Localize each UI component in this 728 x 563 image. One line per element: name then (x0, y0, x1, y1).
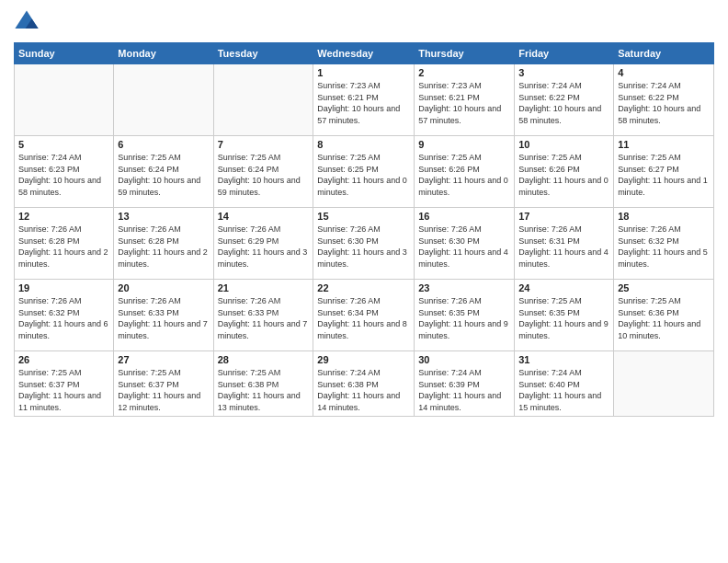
calendar-cell: 10Sunrise: 7:25 AM Sunset: 6:26 PM Dayli… (515, 136, 614, 208)
day-info: Sunrise: 7:26 AM Sunset: 6:28 PM Dayligh… (118, 224, 209, 270)
day-info: Sunrise: 7:25 AM Sunset: 6:24 PM Dayligh… (218, 152, 310, 198)
day-info: Sunrise: 7:24 AM Sunset: 6:38 PM Dayligh… (317, 367, 410, 413)
day-info: Sunrise: 7:25 AM Sunset: 6:27 PM Dayligh… (618, 152, 710, 198)
day-number: 25 (618, 282, 710, 293)
header (14, 9, 714, 35)
calendar-cell: 8Sunrise: 7:25 AM Sunset: 6:25 PM Daylig… (313, 136, 415, 208)
day-number: 16 (418, 211, 510, 222)
calendar-cell (213, 64, 313, 136)
page: SundayMondayTuesdayWednesdayThursdayFrid… (0, 0, 728, 563)
calendar-cell: 29Sunrise: 7:24 AM Sunset: 6:38 PM Dayli… (313, 351, 415, 417)
day-info: Sunrise: 7:25 AM Sunset: 6:24 PM Dayligh… (118, 152, 209, 198)
day-info: Sunrise: 7:25 AM Sunset: 6:26 PM Dayligh… (418, 152, 510, 198)
day-info: Sunrise: 7:24 AM Sunset: 6:23 PM Dayligh… (18, 152, 109, 198)
calendar-cell: 20Sunrise: 7:26 AM Sunset: 6:33 PM Dayli… (114, 280, 213, 351)
day-number: 4 (618, 67, 710, 78)
day-number: 12 (18, 211, 109, 222)
day-info: Sunrise: 7:23 AM Sunset: 6:21 PM Dayligh… (418, 80, 510, 126)
calendar-week-row: 12Sunrise: 7:26 AM Sunset: 6:28 PM Dayli… (15, 208, 714, 280)
calendar-cell: 27Sunrise: 7:25 AM Sunset: 6:37 PM Dayli… (114, 351, 213, 417)
day-header-friday: Friday (515, 43, 614, 64)
calendar-cell: 30Sunrise: 7:24 AM Sunset: 6:39 PM Dayli… (415, 351, 515, 417)
calendar-cell (15, 64, 114, 136)
day-number: 29 (317, 354, 410, 365)
calendar-cell: 7Sunrise: 7:25 AM Sunset: 6:24 PM Daylig… (213, 136, 313, 208)
calendar-cell: 24Sunrise: 7:25 AM Sunset: 6:35 PM Dayli… (515, 280, 614, 351)
day-header-monday: Monday (114, 43, 213, 64)
day-number: 6 (118, 139, 209, 150)
day-number: 31 (518, 354, 609, 365)
day-number: 1 (317, 67, 410, 78)
calendar-cell: 25Sunrise: 7:25 AM Sunset: 6:36 PM Dayli… (614, 280, 714, 351)
day-info: Sunrise: 7:26 AM Sunset: 6:31 PM Dayligh… (518, 224, 609, 270)
day-header-tuesday: Tuesday (213, 43, 313, 64)
day-info: Sunrise: 7:25 AM Sunset: 6:38 PM Dayligh… (218, 367, 310, 413)
day-info: Sunrise: 7:24 AM Sunset: 6:40 PM Dayligh… (518, 367, 609, 413)
day-header-wednesday: Wednesday (313, 43, 415, 64)
day-info: Sunrise: 7:26 AM Sunset: 6:32 PM Dayligh… (18, 295, 109, 341)
day-info: Sunrise: 7:26 AM Sunset: 6:33 PM Dayligh… (118, 295, 209, 341)
calendar-cell: 16Sunrise: 7:26 AM Sunset: 6:30 PM Dayli… (415, 208, 515, 280)
calendar-cell: 26Sunrise: 7:25 AM Sunset: 6:37 PM Dayli… (15, 351, 114, 417)
day-number: 8 (317, 139, 410, 150)
day-number: 24 (518, 282, 609, 293)
logo (14, 9, 43, 35)
day-info: Sunrise: 7:25 AM Sunset: 6:37 PM Dayligh… (18, 367, 109, 413)
calendar-table: SundayMondayTuesdayWednesdayThursdayFrid… (14, 42, 714, 417)
day-header-sunday: Sunday (15, 43, 114, 64)
calendar-week-row: 19Sunrise: 7:26 AM Sunset: 6:32 PM Dayli… (15, 280, 714, 351)
day-number: 3 (518, 67, 609, 78)
day-info: Sunrise: 7:25 AM Sunset: 6:36 PM Dayligh… (618, 295, 710, 341)
day-number: 5 (18, 139, 109, 150)
calendar-header-row: SundayMondayTuesdayWednesdayThursdayFrid… (15, 43, 714, 64)
day-number: 11 (618, 139, 710, 150)
logo-icon (14, 9, 40, 35)
day-info: Sunrise: 7:26 AM Sunset: 6:29 PM Dayligh… (218, 224, 310, 270)
calendar-week-row: 26Sunrise: 7:25 AM Sunset: 6:37 PM Dayli… (15, 351, 714, 417)
calendar-cell: 3Sunrise: 7:24 AM Sunset: 6:22 PM Daylig… (515, 64, 614, 136)
day-number: 26 (18, 354, 109, 365)
day-info: Sunrise: 7:24 AM Sunset: 6:39 PM Dayligh… (418, 367, 510, 413)
calendar-cell: 13Sunrise: 7:26 AM Sunset: 6:28 PM Dayli… (114, 208, 213, 280)
day-info: Sunrise: 7:25 AM Sunset: 6:26 PM Dayligh… (518, 152, 609, 198)
calendar-cell: 19Sunrise: 7:26 AM Sunset: 6:32 PM Dayli… (15, 280, 114, 351)
day-header-saturday: Saturday (614, 43, 714, 64)
day-info: Sunrise: 7:26 AM Sunset: 6:30 PM Dayligh… (317, 224, 410, 270)
day-number: 19 (18, 282, 109, 293)
calendar-cell: 1Sunrise: 7:23 AM Sunset: 6:21 PM Daylig… (313, 64, 415, 136)
day-number: 18 (618, 211, 710, 222)
calendar-cell: 4Sunrise: 7:24 AM Sunset: 6:22 PM Daylig… (614, 64, 714, 136)
calendar-cell: 28Sunrise: 7:25 AM Sunset: 6:38 PM Dayli… (213, 351, 313, 417)
day-info: Sunrise: 7:26 AM Sunset: 6:32 PM Dayligh… (618, 224, 710, 270)
day-info: Sunrise: 7:26 AM Sunset: 6:28 PM Dayligh… (18, 224, 109, 270)
day-number: 23 (418, 282, 510, 293)
day-number: 14 (218, 211, 310, 222)
day-number: 28 (218, 354, 310, 365)
calendar-cell: 2Sunrise: 7:23 AM Sunset: 6:21 PM Daylig… (415, 64, 515, 136)
calendar-cell: 9Sunrise: 7:25 AM Sunset: 6:26 PM Daylig… (415, 136, 515, 208)
calendar-cell: 21Sunrise: 7:26 AM Sunset: 6:33 PM Dayli… (213, 280, 313, 351)
day-info: Sunrise: 7:24 AM Sunset: 6:22 PM Dayligh… (618, 80, 710, 126)
calendar-week-row: 1Sunrise: 7:23 AM Sunset: 6:21 PM Daylig… (15, 64, 714, 136)
day-number: 2 (418, 67, 510, 78)
calendar-cell (114, 64, 213, 136)
day-info: Sunrise: 7:25 AM Sunset: 6:37 PM Dayligh… (118, 367, 209, 413)
calendar-cell: 17Sunrise: 7:26 AM Sunset: 6:31 PM Dayli… (515, 208, 614, 280)
calendar-cell (614, 351, 714, 417)
calendar-cell: 23Sunrise: 7:26 AM Sunset: 6:35 PM Dayli… (415, 280, 515, 351)
calendar-cell: 12Sunrise: 7:26 AM Sunset: 6:28 PM Dayli… (15, 208, 114, 280)
day-number: 13 (118, 211, 209, 222)
calendar-cell: 11Sunrise: 7:25 AM Sunset: 6:27 PM Dayli… (614, 136, 714, 208)
day-number: 21 (218, 282, 310, 293)
day-info: Sunrise: 7:23 AM Sunset: 6:21 PM Dayligh… (317, 80, 410, 126)
day-number: 10 (518, 139, 609, 150)
day-number: 15 (317, 211, 410, 222)
day-info: Sunrise: 7:24 AM Sunset: 6:22 PM Dayligh… (518, 80, 609, 126)
calendar-cell: 22Sunrise: 7:26 AM Sunset: 6:34 PM Dayli… (313, 280, 415, 351)
day-info: Sunrise: 7:25 AM Sunset: 6:25 PM Dayligh… (317, 152, 410, 198)
day-number: 7 (218, 139, 310, 150)
day-info: Sunrise: 7:26 AM Sunset: 6:34 PM Dayligh… (317, 295, 410, 341)
calendar-cell: 15Sunrise: 7:26 AM Sunset: 6:30 PM Dayli… (313, 208, 415, 280)
calendar-cell: 6Sunrise: 7:25 AM Sunset: 6:24 PM Daylig… (114, 136, 213, 208)
day-number: 27 (118, 354, 209, 365)
